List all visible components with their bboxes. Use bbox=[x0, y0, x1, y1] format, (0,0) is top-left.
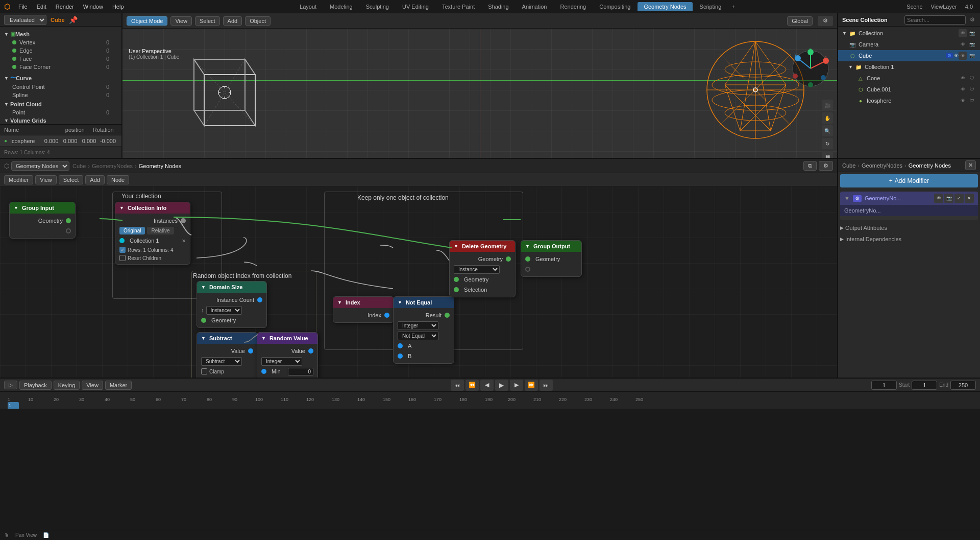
ne-result-socket[interactable] bbox=[445, 313, 450, 318]
menu-render[interactable]: Render bbox=[52, 3, 78, 11]
render-toggle[interactable]: 📷 bbox=[968, 29, 976, 37]
viewport-pan-tool[interactable]: ✋ bbox=[822, 112, 833, 124]
group-input-extra-socket[interactable] bbox=[66, 228, 71, 233]
group-input-node[interactable]: ▼ Group Input Geometry bbox=[9, 202, 76, 239]
prev-frame-btn[interactable]: ⏪ bbox=[465, 380, 479, 391]
end-frame-input[interactable]: 250 bbox=[950, 381, 976, 390]
random-value-node[interactable]: ▼ Random Value Value Integer bbox=[257, 332, 318, 378]
node-menu-node[interactable]: Node bbox=[107, 175, 129, 184]
viewport-view-btn[interactable]: View bbox=[170, 16, 192, 26]
viewport-3d[interactable]: Object Mode View Select Add Object Globa… bbox=[122, 13, 837, 158]
volume-grids-toggle[interactable]: ▼ Volume Grids bbox=[0, 116, 121, 124]
index-node[interactable]: ▼ Index Index bbox=[333, 296, 394, 323]
node-menu-modifier[interactable]: Modifier bbox=[4, 175, 33, 184]
icosphere-vis[interactable]: 👁 bbox=[959, 97, 967, 105]
collection-socket[interactable] bbox=[119, 238, 125, 243]
cone-render[interactable]: 🛡 bbox=[968, 74, 976, 82]
mesh-section-toggle[interactable]: ▼ ▣ Mesh bbox=[0, 30, 121, 38]
outliner-item-cube[interactable]: ⬡ Cube ⚙ 👁 👁 📷 bbox=[838, 50, 980, 61]
group-input-geometry-socket[interactable] bbox=[66, 218, 71, 223]
mod-breadcrumb-current[interactable]: Geometry Nodes bbox=[909, 162, 951, 169]
prev-keyframe-btn[interactable]: ◀ bbox=[480, 380, 494, 391]
instance-count-socket[interactable] bbox=[257, 297, 262, 302]
cube-render[interactable]: 📷 bbox=[968, 52, 976, 60]
outliner-item-collection1[interactable]: ▼ 📁 Collection 1 bbox=[838, 61, 980, 73]
domain-size-node[interactable]: ▼ Domain Size Instance Count ↕ Instances bbox=[197, 281, 267, 328]
next-keyframe-btn[interactable]: ▶ bbox=[510, 380, 523, 391]
menu-window[interactable]: Window bbox=[79, 3, 107, 11]
jump-end-btn[interactable]: ⏭ bbox=[540, 380, 553, 391]
visibility-toggle[interactable]: 👁 bbox=[959, 29, 967, 37]
jump-start-btn[interactable]: ⏮ bbox=[451, 380, 464, 391]
group-output-node[interactable]: ▼ Group Output Geometry bbox=[521, 240, 582, 277]
outliner-item-cone[interactable]: △ Cone 👁 🛡 bbox=[838, 73, 980, 84]
mod-close-btn[interactable]: ✕ bbox=[965, 160, 976, 170]
collection-close-btn[interactable]: ✕ bbox=[182, 238, 186, 244]
marker-btn[interactable]: Marker bbox=[105, 381, 132, 390]
viewport-grid-tool[interactable]: ▦ bbox=[822, 151, 833, 158]
node-menu-view[interactable]: View bbox=[35, 175, 57, 184]
node-editor-main[interactable]: ⬡ Geometry Nodes Cube › GeometryNodes › … bbox=[0, 159, 837, 378]
node-overlay-btn[interactable]: ⧉ bbox=[803, 161, 817, 171]
viewport-object-btn[interactable]: Object bbox=[245, 16, 271, 26]
breadcrumb-current[interactable]: Geometry Nodes bbox=[139, 163, 181, 169]
dg-geometry-out-socket[interactable] bbox=[506, 256, 511, 262]
geonode-delete-btn[interactable]: ✕ bbox=[965, 194, 974, 203]
cone-vis[interactable]: 👁 bbox=[959, 74, 967, 82]
breadcrumb-cube[interactable]: Cube bbox=[72, 163, 86, 169]
geonode-render-toggle[interactable]: 📷 bbox=[944, 194, 953, 203]
engine-dropdown[interactable]: Evaluated bbox=[4, 15, 46, 25]
viewport-zoom-tool[interactable]: 🔍 bbox=[822, 125, 833, 136]
camera-render[interactable]: 📷 bbox=[968, 40, 976, 49]
node-settings-btn[interactable]: ⚙ bbox=[819, 161, 833, 171]
outliner-search[interactable] bbox=[904, 15, 966, 25]
menu-file[interactable]: File bbox=[14, 3, 32, 11]
relative-toggle[interactable]: Relative bbox=[147, 227, 174, 234]
not-equal-node[interactable]: ▼ Not Equal Result Integer bbox=[393, 296, 454, 364]
outliner-filter-btn[interactable]: ⚙ bbox=[969, 15, 976, 24]
instances-select[interactable]: Instances bbox=[206, 306, 242, 315]
camera-vis[interactable]: 👁 bbox=[959, 40, 967, 49]
viewport-mode-btn[interactable]: Object Mode bbox=[127, 16, 167, 26]
outliner-item-icosphere[interactable]: ● Icosphere 👁 🛡 bbox=[838, 95, 980, 106]
ds-geometry-socket[interactable] bbox=[201, 318, 206, 323]
collection-info-node[interactable]: ▼ Collection Info Instances Original bbox=[115, 202, 190, 265]
viewport-options-btn[interactable]: ⚙ bbox=[818, 16, 833, 26]
icosphere-render[interactable]: 🛡 bbox=[968, 97, 976, 105]
timeline-mode-btn[interactable]: ▷ bbox=[4, 381, 17, 389]
rv-type-select[interactable]: Integer bbox=[261, 357, 302, 366]
current-frame-input[interactable]: 1 bbox=[871, 381, 897, 390]
rv-value-out-socket[interactable] bbox=[308, 348, 313, 354]
output-attributes-row[interactable]: ▶ Output Attributes bbox=[838, 222, 980, 233]
mod-breadcrumb-geonode[interactable]: GeometryNodes bbox=[862, 162, 902, 169]
tab-modeling[interactable]: Modeling bbox=[324, 2, 359, 11]
table-row[interactable]: ● Icosphere 0.000 0.000 0.000 -0.000 bbox=[0, 135, 121, 147]
reset-children-check[interactable] bbox=[119, 255, 126, 261]
ne-a-socket[interactable] bbox=[398, 343, 403, 348]
tab-rendering[interactable]: Rendering bbox=[554, 2, 592, 11]
subtract-clamp-check[interactable] bbox=[201, 368, 207, 374]
viewport-camera-tool[interactable]: 🎥 bbox=[822, 100, 833, 111]
viewport-orbit-tool[interactable]: ↻ bbox=[822, 138, 833, 149]
dg-domain-select[interactable]: Instance bbox=[454, 265, 500, 274]
dg-selection-socket[interactable] bbox=[454, 287, 459, 292]
tab-sculpting[interactable]: Sculpting bbox=[360, 2, 395, 11]
tab-texture-paint[interactable]: Texture Paint bbox=[436, 2, 481, 11]
viewport-global-btn[interactable]: Global bbox=[787, 16, 813, 26]
outliner-item-cube001[interactable]: ⬡ Cube.001 👁 🛡 bbox=[838, 84, 980, 95]
separate-children-check[interactable]: ✓ bbox=[119, 247, 126, 253]
ne-b-socket[interactable] bbox=[398, 354, 403, 359]
rv-min-input[interactable] bbox=[288, 368, 313, 375]
tab-layout[interactable]: Layout bbox=[293, 2, 323, 11]
cube001-render[interactable]: 🛡 bbox=[968, 85, 976, 93]
original-toggle[interactable]: Original bbox=[119, 227, 145, 234]
breadcrumb-geonode[interactable]: GeometryNodes bbox=[92, 163, 133, 169]
view-btn[interactable]: View bbox=[82, 381, 103, 390]
ne-type-select[interactable]: Integer bbox=[398, 321, 438, 330]
rv-min-socket[interactable] bbox=[261, 369, 266, 374]
cube001-vis[interactable]: 👁 bbox=[959, 85, 967, 93]
timeline-ruler[interactable]: 1 10 20 30 40 50 60 70 80 90 100 110 120… bbox=[0, 392, 980, 409]
internal-dependencies-row[interactable]: ▶ Internal Dependencies bbox=[838, 233, 980, 245]
viewport-select-btn[interactable]: Select bbox=[195, 16, 220, 26]
viewport-add-btn[interactable]: Add bbox=[223, 16, 242, 26]
